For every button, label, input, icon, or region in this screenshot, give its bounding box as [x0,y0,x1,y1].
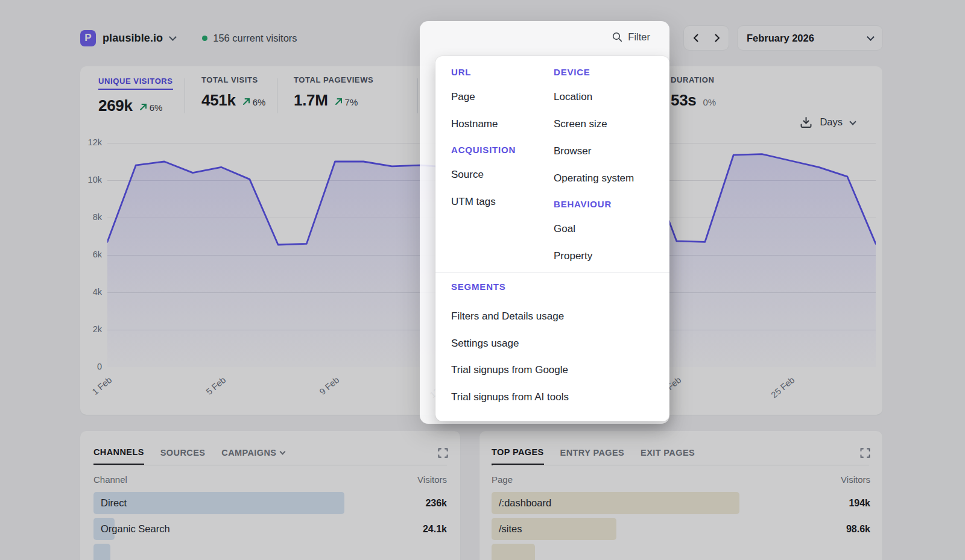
filter-section-title-device: DEVICE [554,66,662,90]
filter-dropdown-menu: URLPageHostnameACQUISITIONSourceUTM tags… [435,56,669,421]
filter-menu-column: DEVICELocationScreen sizeBrowserOperatin… [554,66,662,276]
filter-section-title-behaviour: BEHAVIOUR [554,198,662,222]
filter-button-label: Filter [628,31,650,43]
filter-section-title-segments: SEGMENTS [451,281,657,309]
segment-item-settings-usage[interactable]: Settings usage [451,336,657,363]
search-icon [612,32,622,42]
filter-menu-item-hostname[interactable]: Hostname [451,117,548,144]
filter-menu-item-source[interactable]: Source [451,168,548,195]
filter-section-title-url: URL [451,66,548,90]
filter-menu-item-operating-system[interactable]: Operating system [554,171,662,198]
filter-menu-item-page[interactable]: Page [451,90,548,117]
filter-section-title-acquisition: ACQUISITION [451,144,548,168]
segments-section: SEGMENTSFilters and Details usageSetting… [451,281,657,417]
segment-item-filters-and-details-usage[interactable]: Filters and Details usage [451,309,657,336]
segment-item-trial-signups-from-ai-tools[interactable]: Trial signups from AI tools [451,390,657,417]
filter-menu-column: URLPageHostnameACQUISITIONSourceUTM tags [451,66,548,222]
segment-item-trial-signups-from-google[interactable]: Trial signups from Google [451,363,657,390]
menu-divider [435,272,669,273]
filter-button[interactable]: Filter [612,31,650,43]
filter-menu-item-utm-tags[interactable]: UTM tags [451,195,548,222]
filter-menu-item-screen-size[interactable]: Screen size [554,117,662,144]
filter-menu-item-location[interactable]: Location [554,90,662,117]
filter-menu-item-browser[interactable]: Browser [554,144,662,171]
filter-menu-item-goal[interactable]: Goal [554,222,662,249]
